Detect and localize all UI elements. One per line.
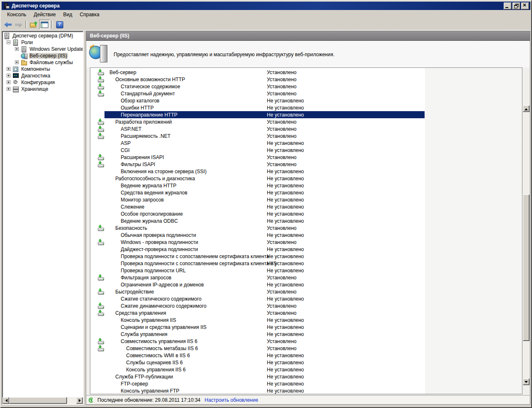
- sidebar-item[interactable]: Конфигурация: [2, 79, 83, 86]
- service-row[interactable]: ASP.NETУстановлено: [90, 125, 425, 132]
- service-row[interactable]: Расширяемость .NETУстановлено: [90, 132, 425, 139]
- service-row[interactable]: Веб-серверУстановлено: [90, 69, 425, 76]
- menu-item[interactable]: Вид: [60, 11, 76, 18]
- service-row[interactable]: Служба управленияНе установлено: [90, 331, 425, 338]
- scrollbar-thumb[interactable]: [523, 194, 530, 341]
- service-row[interactable]: Служба FTP-публикацииНе установлено: [90, 373, 425, 380]
- service-status: Установлено: [267, 225, 296, 231]
- sidebar-item-label: Роли: [20, 40, 34, 45]
- scroll-left-button[interactable]: [2, 397, 9, 404]
- service-row[interactable]: Средства ведения журналовНе установлено: [90, 189, 425, 196]
- main-header-title: Веб-сервер (IIS): [86, 31, 530, 41]
- service-row[interactable]: Сжатие статического содержимогоНе устано…: [90, 295, 425, 302]
- restore-button[interactable]: [512, 2, 520, 10]
- service-label: Ограничения IP-адресов и доменов: [121, 282, 204, 288]
- sidebar-item[interactable]: Диагностика: [2, 72, 83, 79]
- scroll-down-button[interactable]: [523, 378, 530, 385]
- sidebar-item[interactable]: Роли: [2, 39, 83, 46]
- service-label: Ведение журнала ODBC: [121, 218, 178, 224]
- service-row[interactable]: Средства управленияУстановлено: [90, 309, 425, 316]
- service-row[interactable]: Расширения ISAPIУстановлено: [90, 154, 425, 161]
- service-status: Не установлено: [267, 112, 304, 118]
- service-row[interactable]: Фильтры ISAPIУстановлено: [90, 161, 425, 168]
- service-row[interactable]: Проверка подлинности URLНе установлено: [90, 267, 425, 274]
- service-label: ASP.NET: [121, 126, 142, 132]
- service-row[interactable]: Ведение журнала ODBCНе установлено: [90, 217, 425, 224]
- service-row[interactable]: БезопасностьУстановлено: [90, 224, 425, 231]
- expander-plus-icon[interactable]: [7, 67, 10, 71]
- back-arrow-icon: [4, 22, 12, 27]
- service-row[interactable]: Совместимость WMI в IIS 6Не установлено: [90, 352, 425, 359]
- service-row[interactable]: Стандартный документУстановлено: [90, 90, 425, 97]
- scroll-right-button[interactable]: [76, 397, 83, 404]
- expander-plus-icon[interactable]: [15, 60, 19, 64]
- service-label: Проверка подлинности с сопоставлением се…: [121, 254, 269, 259]
- expander-plus-icon[interactable]: [7, 74, 10, 77]
- help-button[interactable]: [54, 20, 65, 30]
- menu-item[interactable]: Справка: [76, 11, 103, 18]
- expander-plus-icon[interactable]: [15, 47, 19, 51]
- service-row[interactable]: Перенаправление HTTPНе установлено: [90, 111, 425, 118]
- service-row[interactable]: Консоль управления IIS 6Не установлено: [90, 366, 425, 373]
- service-status: Не установлено: [267, 105, 304, 111]
- sidebar-item[interactable]: Windows Server Update Se: [2, 46, 83, 52]
- service-row[interactable]: Фильтрация запросовУстановлено: [90, 274, 425, 281]
- service-row[interactable]: Службы сценариев IIS 6Не установлено: [90, 359, 425, 366]
- service-row[interactable]: Разработка приложенийУстановлено: [90, 118, 425, 125]
- service-row[interactable]: Монитор запросовНе установлено: [90, 196, 425, 203]
- service-row[interactable]: Проверка подлинности с сопоставлением се…: [90, 253, 425, 260]
- service-row[interactable]: Проверка подлинности с сопоставлением се…: [90, 260, 425, 267]
- service-row[interactable]: Основные возможности HTTPУстановлено: [90, 76, 425, 83]
- expander-minus-icon[interactable]: [7, 40, 10, 44]
- service-label: Сценарии и средства управления IIS: [121, 324, 206, 330]
- service-row[interactable]: Статическое содержимоеУстановлено: [90, 83, 425, 90]
- expander-plus-icon[interactable]: [7, 87, 10, 91]
- sidebar-item[interactable]: Диспетчер сервера (DPM): [2, 32, 83, 39]
- back-button[interactable]: [2, 20, 13, 30]
- service-row[interactable]: FTP-серверНе установлено: [90, 380, 425, 387]
- close-button[interactable]: [521, 2, 529, 10]
- service-label: Совместимость WMI в IIS 6: [126, 353, 190, 358]
- service-row[interactable]: Обычная проверка подлинностиНе установле…: [90, 231, 425, 239]
- sidebar-item[interactable]: Веб-сервер (IIS): [2, 52, 83, 59]
- menu-item[interactable]: Консоль: [3, 11, 30, 18]
- expander-plus-icon[interactable]: [7, 80, 10, 84]
- service-row[interactable]: Windows - проверка подлинностиУстановлен…: [90, 239, 425, 246]
- service-label: Консоль управления FTP: [121, 388, 179, 394]
- scrollbar-thumb[interactable]: [9, 397, 67, 404]
- up-level-button[interactable]: [28, 20, 39, 30]
- service-status: Установлено: [267, 77, 296, 82]
- scroll-up-button[interactable]: [523, 105, 530, 112]
- service-row[interactable]: Сценарии и средства управления IISНе уст…: [90, 323, 425, 331]
- service-row[interactable]: Сжатие динамического содержимогоУстановл…: [90, 302, 425, 309]
- service-row[interactable]: Включения на стороне сервера (SSI)Не уст…: [90, 168, 425, 175]
- menu-item[interactable]: Действие: [30, 11, 60, 18]
- service-status: Установлено: [267, 70, 296, 75]
- service-row[interactable]: Консоль управления FTPНе установлено: [90, 387, 425, 394]
- sidebar-item[interactable]: Файловые службы: [2, 59, 83, 66]
- service-row[interactable]: Консоль управления IISНе установлено: [90, 316, 425, 323]
- console-tree-toggle[interactable]: [39, 20, 50, 30]
- vertical-scrollbar[interactable]: [523, 105, 530, 385]
- service-row[interactable]: Особое протоколированиеНе установлено: [90, 210, 425, 217]
- service-row[interactable]: СлежениеНе установлено: [90, 203, 425, 210]
- forward-button[interactable]: [13, 20, 24, 30]
- sidebar-item[interactable]: Компоненты: [2, 66, 83, 72]
- configure-refresh-link[interactable]: Настроить обновление: [205, 397, 259, 403]
- service-status: Установлено: [267, 162, 296, 167]
- service-row[interactable]: Ошибки HTTPНе установлено: [90, 104, 425, 111]
- service-row[interactable]: Дайджест-проверка подлинностиНе установл…: [90, 246, 425, 253]
- service-row[interactable]: Совместимость метабазы IIS 6Установлено: [90, 345, 425, 352]
- service-row[interactable]: Ведение журнала HTTPНе установлено: [90, 182, 425, 189]
- tree-horizontal-scrollbar[interactable]: [2, 397, 83, 404]
- service-row[interactable]: Обзор каталоговНе установлено: [90, 97, 425, 104]
- service-row[interactable]: Работоспособность и диагностикаНе устано…: [90, 175, 425, 182]
- service-row[interactable]: CGIНе установлено: [90, 147, 425, 154]
- service-row[interactable]: ASPНе установлено: [90, 139, 425, 147]
- service-row[interactable]: Совместимость управления IIS 6Установлен…: [90, 338, 425, 345]
- service-row[interactable]: Ограничения IP-адресов и доменовНе устан…: [90, 281, 425, 288]
- service-row[interactable]: БыстродействиеУстановлено: [90, 288, 425, 295]
- sidebar-item[interactable]: Хранилище: [2, 86, 83, 92]
- storage-icon: [12, 86, 19, 92]
- minimize-button[interactable]: [504, 2, 512, 10]
